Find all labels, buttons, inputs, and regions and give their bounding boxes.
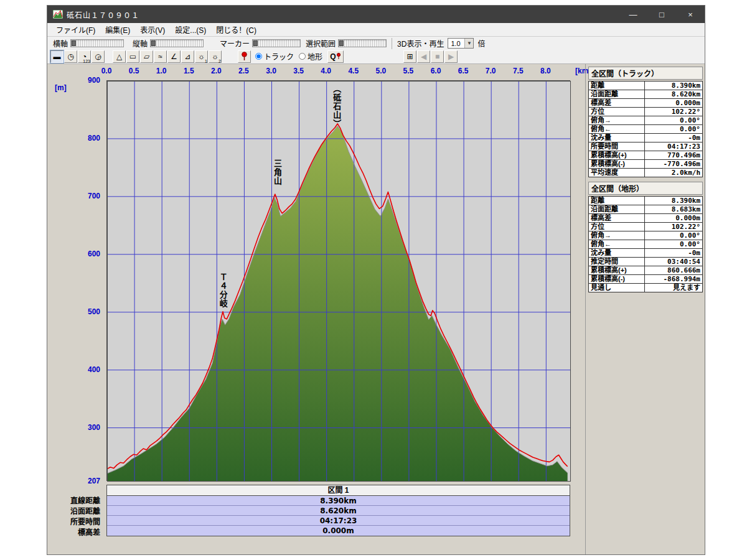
- app-icon: [53, 10, 63, 19]
- xaxis-pace-icon: ◶: [95, 52, 101, 61]
- stat-row: 標高差0.000m: [589, 99, 703, 108]
- maximize-button[interactable]: □: [647, 6, 676, 23]
- section-row-label: 所要時間: [47, 517, 103, 528]
- chevron-down-icon[interactable]: ▼: [464, 39, 473, 48]
- section-value-row: 8.620km: [107, 506, 570, 516]
- graph-slope-button[interactable]: ∠: [167, 50, 181, 63]
- marker-target-track-label: トラック: [264, 51, 294, 62]
- x-tick-label: 5.0: [375, 67, 386, 75]
- playback-speed-value: 1.0: [451, 40, 460, 47]
- graph-speed-button[interactable]: ≈: [154, 50, 167, 63]
- xaxis-pace-button[interactable]: ◶: [92, 50, 105, 63]
- graph-band-button[interactable]: ▱: [140, 50, 153, 63]
- graph-slope-icon: ∠: [171, 52, 177, 61]
- section-rows: 8.390km8.620km04:17:230.000m: [107, 496, 570, 536]
- playback-play-icon: ▶: [448, 52, 454, 61]
- elevation-profile-chart[interactable]: [106, 80, 570, 481]
- stat-value: -0m: [645, 134, 703, 142]
- graph-option2-icon: ☼: [212, 52, 218, 61]
- menu-file[interactable]: ファイル(F): [51, 23, 100, 36]
- graph-option2-button[interactable]: ☼2: [209, 50, 222, 63]
- vaxis-label: 縦軸: [133, 38, 148, 49]
- graph-line-button[interactable]: ▭: [126, 50, 139, 63]
- xaxis-elapsed-time-button[interactable]: ◷: [64, 50, 77, 63]
- haxis-zoom-slider[interactable]: [70, 39, 124, 47]
- stat-row: 沈み量-0m: [589, 249, 703, 258]
- marker-position-thumb[interactable]: [253, 40, 258, 46]
- playback-position-icon: ⊞: [407, 52, 413, 61]
- marker-target-terrain-radio[interactable]: [299, 53, 306, 60]
- selection-range-slider[interactable]: [338, 39, 387, 47]
- section-value-row: 8.390km: [107, 496, 570, 506]
- x-tick-label: 1.0: [156, 67, 167, 75]
- xaxis-elapsed-time-icon: ◷: [67, 52, 73, 61]
- y-tick-label: 900: [88, 76, 100, 85]
- playback-position-button[interactable]: ⊞: [403, 50, 416, 63]
- x-tick-label: 8.0: [540, 67, 551, 75]
- graph-area-icon: △: [116, 52, 122, 61]
- playback-speed-select[interactable]: 1.0 ▼: [448, 38, 474, 49]
- sub-label: 123: [83, 59, 90, 63]
- stats-track-block: 全区間（トラック）距離8.390km沿面距離8.620km標高差0.000m方位…: [588, 67, 703, 177]
- graph-band-icon: ▱: [144, 52, 149, 61]
- x-tick-label: 6.5: [458, 67, 469, 75]
- menu-close[interactable]: 閉じる！(C): [211, 23, 261, 36]
- y-tick-label: 400: [88, 365, 100, 374]
- stat-label: 所要時間: [589, 142, 645, 151]
- stat-label: 標高差: [589, 214, 645, 223]
- xaxis-clock-time-button[interactable]: ◔123: [78, 50, 91, 63]
- graph-area-button[interactable]: △: [113, 50, 126, 63]
- app-window: 砥石山１７０９０１ —□× ファイル(F)編集(E)表示(V)設定...(S)閉…: [47, 5, 705, 555]
- marker-position-slider[interactable]: [252, 39, 301, 47]
- playback-play-button[interactable]: ▶: [444, 50, 458, 63]
- close-button[interactable]: ×: [676, 6, 705, 23]
- stat-row: 方位102.22°: [589, 223, 703, 231]
- stat-value: 04:17:23: [645, 142, 703, 151]
- graph-angle-button[interactable]: ⊿: [181, 50, 194, 63]
- vaxis-zoom-slider[interactable]: [150, 39, 204, 47]
- marker-target-track-radio[interactable]: [255, 53, 262, 60]
- peak-annotation: （砥石山）: [331, 85, 341, 128]
- stat-row: 累積標高(-)-770.496m: [589, 160, 703, 169]
- panel-track-header: 全区間（トラック）: [588, 67, 703, 80]
- marker-delete-button[interactable]: Q: [327, 50, 344, 63]
- chart-svg[interactable]: [107, 81, 571, 482]
- playback-label: 3D表示・再生: [397, 38, 444, 49]
- stat-label: 沈み量: [589, 134, 645, 142]
- toolbar-row-buttons: ▬◷◔123◶ △▭▱≈∠⊿☼1☼2 トラック 地形 Q ⊞◀■▶: [47, 50, 705, 63]
- panel-terrain-table: 距離8.390km沿面距離8.683km標高差0.000m方位102.22°俯角…: [588, 196, 703, 292]
- playback-rewind-button[interactable]: ◀: [417, 50, 430, 63]
- menu-edit[interactable]: 編集(E): [100, 23, 135, 36]
- haxis-zoom-thumb[interactable]: [72, 40, 76, 46]
- marker-target-track-option[interactable]: トラック: [255, 51, 294, 62]
- stat-value: 770.496m: [645, 151, 703, 160]
- marker-pin-button[interactable]: [238, 50, 251, 63]
- panel-divider: [585, 64, 586, 554]
- playback-stop-icon: ■: [435, 52, 439, 61]
- stat-value: 8.390km: [645, 82, 703, 90]
- stat-row: 推定時間03:40:54: [589, 258, 703, 266]
- stat-value: 0.000m: [645, 99, 703, 108]
- x-tick-label: 3.0: [266, 67, 276, 75]
- menu-view[interactable]: 表示(V): [135, 23, 170, 36]
- stat-row: 距離8.390km: [589, 197, 703, 205]
- x-tick-label: 1.5: [184, 67, 194, 75]
- playback-stop-button[interactable]: ■: [431, 50, 444, 63]
- graph-option1-button[interactable]: ☼1: [195, 50, 208, 63]
- stat-row: 俯角→0.00°: [589, 231, 703, 240]
- menu-settings[interactable]: 設定...(S): [170, 23, 211, 36]
- stat-label: 累積標高(-): [589, 275, 645, 284]
- stat-row: 所要時間04:17:23: [589, 142, 703, 151]
- marker-target-terrain-option[interactable]: 地形: [299, 51, 322, 62]
- stat-label: 俯角→: [589, 231, 645, 240]
- selection-range-thumb[interactable]: [339, 40, 344, 46]
- stat-value: 見えます: [645, 284, 703, 292]
- stat-label: 沿面距離: [589, 90, 645, 99]
- stat-label: 累積標高(-): [589, 160, 645, 169]
- vaxis-zoom-thumb[interactable]: [151, 40, 156, 46]
- x-tick-label: 2.5: [238, 67, 249, 75]
- minimize-button[interactable]: —: [619, 6, 647, 23]
- stat-row: 俯角←0.00°: [589, 125, 703, 134]
- stat-row: 累積標高(+)860.666m: [589, 266, 703, 275]
- xaxis-distance-button[interactable]: ▬: [50, 50, 63, 63]
